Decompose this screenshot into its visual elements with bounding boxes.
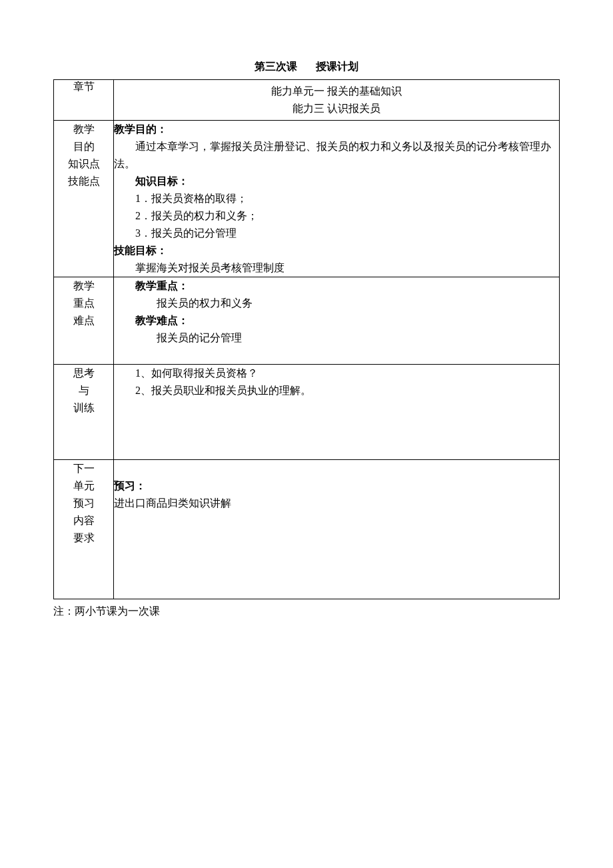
knowledge-item-1: 1．报关员资格的取得；	[114, 190, 559, 207]
heading-focus: 教学重点：	[114, 277, 559, 295]
row-label-focus: 教学 重点 难点	[54, 277, 114, 365]
focus-text: 报关员的权力和义务	[114, 295, 559, 312]
thinking-content: 1、如何取得报关员资格？ 2、报关员职业和报关员执业的理解。	[114, 365, 560, 460]
knowledge-item-2: 2．报关员的权力和义务；	[114, 207, 559, 225]
label-line: 与	[54, 382, 113, 399]
thinking-q1: 1、如何取得报关员资格？	[114, 365, 559, 382]
label-line: 目的	[54, 138, 113, 155]
difficulty-text: 报关员的记分管理	[114, 329, 559, 347]
chapter-line1: 能力单元一 报关的基础知识	[114, 83, 559, 100]
thinking-q2: 2、报关员职业和报关员执业的理解。	[114, 382, 559, 399]
row-label-objectives: 教学 目的 知识点 技能点	[54, 121, 114, 277]
lesson-plan-table: 章节 能力单元一 报关的基础知识 能力三 认识报关员 教学 目的 知识点 技能点…	[53, 79, 560, 599]
objectives-content: 教学目的： 通过本章学习，掌握报关员注册登记、报关员的权力和义务以及报关员的记分…	[114, 121, 560, 277]
chapter-content: 能力单元一 报关的基础知识 能力三 认识报关员	[114, 80, 560, 121]
label-line: 预习	[54, 495, 113, 512]
label-line: 知识点	[54, 155, 113, 173]
heading-preview: 预习：	[114, 477, 559, 495]
label-line: 下一	[54, 460, 113, 477]
label-line: 难点	[54, 312, 113, 329]
label-line: 要求	[54, 529, 113, 547]
label-line: 单元	[54, 477, 113, 495]
title-part1: 第三次课	[255, 61, 297, 72]
label-line: 重点	[54, 295, 113, 312]
focus-content: 教学重点： 报关员的权力和义务 教学难点： 报关员的记分管理	[114, 277, 560, 365]
footnote: 注：两小节课为一次课	[53, 605, 560, 619]
preview-text: 进出口商品归类知识讲解	[114, 495, 559, 512]
heading-difficulty: 教学难点：	[114, 312, 559, 329]
page-title: 第三次课授课计划	[53, 60, 560, 74]
label-line: 内容	[54, 512, 113, 529]
title-part2: 授课计划	[316, 61, 358, 72]
chapter-line2: 能力三 认识报关员	[114, 100, 559, 117]
label-line: 教学	[54, 277, 113, 295]
row-label-chapter: 章节	[54, 80, 114, 121]
knowledge-item-3: 3．报关员的记分管理	[114, 225, 559, 242]
label-line: 训练	[54, 399, 113, 417]
heading-knowledge: 知识目标：	[114, 173, 559, 190]
preview-content: 预习： 进出口商品归类知识讲解	[114, 460, 560, 599]
label-line: 教学	[54, 121, 113, 138]
row-label-preview: 下一 单元 预习 内容 要求	[54, 460, 114, 599]
row-label-thinking: 思考 与 训练	[54, 365, 114, 460]
label-line: 思考	[54, 365, 113, 382]
skill-text: 掌握海关对报关员考核管理制度	[114, 259, 559, 277]
label-text: 章节	[73, 81, 95, 92]
heading-skill: 技能目标：	[114, 242, 559, 259]
purpose-text: 通过本章学习，掌握报关员注册登记、报关员的权力和义务以及报关员的记分考核管理办法…	[114, 138, 559, 173]
heading-purpose: 教学目的：	[114, 121, 559, 138]
label-line: 技能点	[54, 173, 113, 190]
